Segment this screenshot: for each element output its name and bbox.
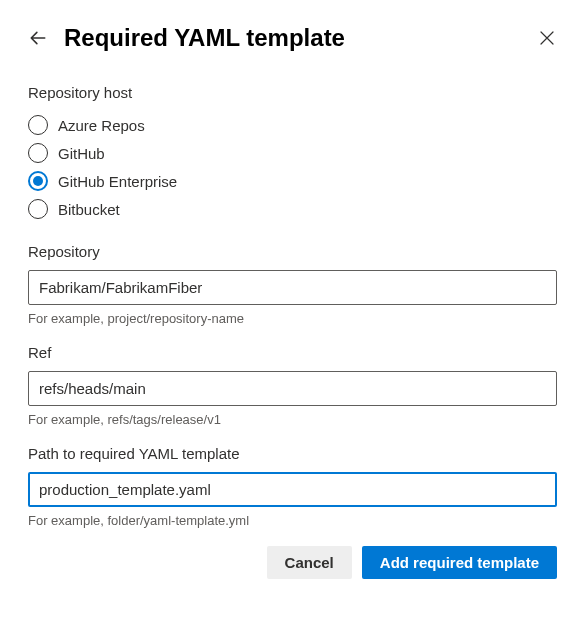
path-input[interactable]: [28, 472, 557, 507]
ref-hint: For example, refs/tags/release/v1: [28, 412, 557, 427]
repository-hint: For example, project/repository-name: [28, 311, 557, 326]
repository-input[interactable]: [28, 270, 557, 305]
radio-github-enterprise[interactable]: GitHub Enterprise: [28, 167, 557, 195]
radio-dot-icon: [33, 176, 43, 186]
radio-label: GitHub Enterprise: [58, 173, 177, 190]
repository-host-label: Repository host: [28, 84, 557, 101]
radio-circle-icon: [28, 199, 48, 219]
radio-circle-icon: [28, 143, 48, 163]
repository-host-group: Azure Repos GitHub GitHub Enterprise Bit…: [28, 111, 557, 223]
radio-github[interactable]: GitHub: [28, 139, 557, 167]
dialog-header: Required YAML template: [28, 24, 557, 52]
radio-label: Azure Repos: [58, 117, 145, 134]
button-row: Cancel Add required template: [28, 546, 557, 579]
dialog-title: Required YAML template: [64, 24, 521, 52]
radio-label: Bitbucket: [58, 201, 120, 218]
cancel-button[interactable]: Cancel: [267, 546, 352, 579]
ref-input[interactable]: [28, 371, 557, 406]
radio-bitbucket[interactable]: Bitbucket: [28, 195, 557, 223]
ref-label: Ref: [28, 344, 557, 361]
path-field-group: Path to required YAML template For examp…: [28, 445, 557, 528]
repository-label: Repository: [28, 243, 557, 260]
close-icon[interactable]: [537, 28, 557, 48]
back-arrow-icon[interactable]: [28, 28, 48, 48]
path-hint: For example, folder/yaml-template.yml: [28, 513, 557, 528]
radio-circle-selected-icon: [28, 171, 48, 191]
path-label: Path to required YAML template: [28, 445, 557, 462]
repository-field-group: Repository For example, project/reposito…: [28, 243, 557, 326]
radio-circle-icon: [28, 115, 48, 135]
radio-label: GitHub: [58, 145, 105, 162]
add-required-template-button[interactable]: Add required template: [362, 546, 557, 579]
ref-field-group: Ref For example, refs/tags/release/v1: [28, 344, 557, 427]
radio-azure-repos[interactable]: Azure Repos: [28, 111, 557, 139]
